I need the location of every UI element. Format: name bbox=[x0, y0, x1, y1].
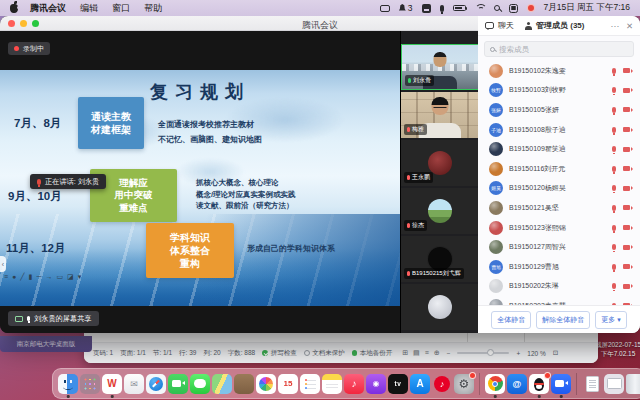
panel-close-icon[interactable]: ✕ bbox=[626, 21, 633, 31]
menu-item[interactable]: 编辑 bbox=[80, 2, 98, 15]
menu-item[interactable]: 帮助 bbox=[144, 2, 162, 15]
menu-clock[interactable]: 7月15日 周五 下午7:16 bbox=[544, 2, 630, 14]
member-row[interactable]: 姬昊B19150120杨姬昊 bbox=[478, 179, 640, 199]
camera-off-icon[interactable] bbox=[623, 284, 630, 289]
tv-icon[interactable]: tv bbox=[388, 374, 408, 394]
input-source-icon[interactable] bbox=[422, 4, 431, 13]
video-tile[interactable]: B19150215刘弋辉 bbox=[401, 236, 478, 282]
camera-off-icon[interactable] bbox=[623, 264, 630, 269]
spotlight-search-icon[interactable] bbox=[494, 5, 500, 11]
tab-chat[interactable]: 聊天 bbox=[485, 20, 514, 31]
wps-protection[interactable]: 文档未保护 bbox=[304, 349, 345, 358]
wifi-icon[interactable] bbox=[475, 4, 485, 12]
camera-off-icon[interactable] bbox=[623, 245, 630, 250]
arrow-tool-icon[interactable]: → bbox=[45, 273, 52, 281]
blue-at-app-icon[interactable]: @ bbox=[507, 374, 527, 394]
view-mode-icon-2[interactable]: ▤ bbox=[413, 349, 420, 357]
zoom-slider[interactable] bbox=[457, 352, 509, 354]
video-tile[interactable]: 王永鹏 bbox=[401, 140, 478, 186]
mic-status-icon[interactable] bbox=[440, 5, 444, 12]
mic-off-icon[interactable] bbox=[612, 244, 616, 250]
calendar-icon[interactable]: 15 bbox=[278, 374, 298, 394]
menu-item[interactable]: 窗口 bbox=[112, 2, 130, 15]
camera-off-icon[interactable] bbox=[623, 166, 630, 171]
zoom-level[interactable]: 120 % bbox=[527, 350, 545, 357]
zoom-window-button[interactable] bbox=[32, 20, 39, 27]
member-row[interactable]: 子迪B19150108殷子迪 bbox=[478, 120, 640, 140]
reminders-icon[interactable] bbox=[300, 374, 320, 394]
member-row[interactable]: B19150121吴坚 bbox=[478, 198, 640, 218]
mic-off-icon[interactable] bbox=[612, 225, 616, 231]
pen-icon[interactable]: ╱ bbox=[20, 273, 24, 281]
display-icon[interactable] bbox=[380, 5, 390, 12]
annotation-collapse-handle[interactable]: ‹ bbox=[0, 256, 6, 272]
books-icon[interactable] bbox=[234, 374, 254, 394]
desktop-screenshot-label[interactable]: 截屏2022-07-15 下午7.02.15 bbox=[593, 340, 640, 358]
wps-document-window[interactable]: 页码: 1 页面: 1/1 节: 1/1 行: 39 列: 20 字数: 888… bbox=[84, 333, 598, 363]
launchpad-icon[interactable] bbox=[80, 374, 100, 394]
member-row[interactable]: B19150102朱逸雯 bbox=[478, 61, 640, 81]
eraser-icon[interactable]: ◪ bbox=[67, 273, 74, 281]
member-search-input[interactable] bbox=[499, 45, 628, 54]
messages-icon[interactable] bbox=[190, 374, 210, 394]
member-row[interactable]: B19150127周智兴 bbox=[478, 237, 640, 257]
mic-off-icon[interactable] bbox=[612, 146, 616, 152]
finder-icon[interactable] bbox=[58, 374, 78, 394]
member-row[interactable]: 牧野B19150103刘牧野 bbox=[478, 81, 640, 101]
rect-tool-icon[interactable]: ▭ bbox=[56, 273, 63, 281]
safari-icon[interactable] bbox=[146, 374, 166, 394]
maps-icon[interactable] bbox=[212, 374, 232, 394]
camera-off-icon[interactable] bbox=[623, 186, 630, 191]
mic-off-icon[interactable] bbox=[612, 166, 616, 172]
podcasts-icon[interactable]: ◉ bbox=[366, 374, 386, 394]
app-store-icon[interactable]: A bbox=[410, 374, 430, 394]
minimize-window-button[interactable] bbox=[20, 20, 27, 27]
menu-item[interactable]: 腾讯会议 bbox=[30, 2, 66, 15]
wps-icon[interactable]: W bbox=[102, 374, 122, 394]
panel-footer-button[interactable]: 解除全体静音 bbox=[536, 311, 590, 329]
mic-off-icon[interactable] bbox=[612, 185, 616, 191]
view-mode-icon-1[interactable]: ⊞ bbox=[402, 349, 408, 357]
mic-off-icon[interactable] bbox=[612, 264, 616, 270]
zoom-in-button[interactable]: + bbox=[516, 350, 520, 357]
member-row[interactable]: B19150116刘开元 bbox=[478, 159, 640, 179]
mic-off-icon[interactable] bbox=[612, 87, 616, 93]
panel-more-icon[interactable]: ⋯ bbox=[610, 21, 619, 31]
camera-off-icon[interactable] bbox=[623, 147, 630, 152]
panel-footer-button[interactable]: 全体静音 bbox=[491, 311, 531, 329]
close-window-button[interactable] bbox=[8, 20, 15, 27]
panel-footer-button[interactable]: 更多 ▾ bbox=[595, 311, 626, 329]
mic-off-icon[interactable] bbox=[612, 107, 616, 113]
qq-icon[interactable] bbox=[529, 374, 549, 394]
zoom-out-button[interactable]: − bbox=[447, 350, 451, 357]
apple-menu-icon[interactable] bbox=[10, 4, 18, 13]
view-mode-icon-4[interactable]: ⊕ bbox=[434, 349, 440, 357]
camera-off-icon[interactable] bbox=[623, 88, 630, 93]
line-tool-icon[interactable]: ─ bbox=[36, 273, 41, 281]
background-window-titlebar[interactable]: 南京邮电大学桌面版 bbox=[0, 336, 92, 352]
view-mode-icon-3[interactable]: ≡ bbox=[425, 349, 429, 357]
notification-bell-icon[interactable]: 3 bbox=[399, 3, 413, 13]
zoom-slider-thumb[interactable] bbox=[487, 349, 494, 356]
meeting-menubar-icon[interactable] bbox=[527, 4, 535, 12]
member-row[interactable]: 曹旭B19150129曹旭 bbox=[478, 257, 640, 277]
photos-icon[interactable] bbox=[256, 374, 276, 394]
tab-members[interactable]: 管理成员 (35) bbox=[524, 20, 584, 31]
notes-icon[interactable] bbox=[322, 374, 342, 394]
chrome-icon[interactable] bbox=[485, 374, 505, 394]
mic-off-icon[interactable] bbox=[612, 283, 616, 289]
mail-icon[interactable]: ✉ bbox=[124, 374, 144, 394]
system-settings-icon[interactable]: ⚙ bbox=[454, 374, 474, 394]
netease-music-icon[interactable]: ♪ bbox=[432, 374, 452, 394]
fit-page-icon[interactable]: ⊡ bbox=[553, 349, 558, 357]
document-icon[interactable] bbox=[582, 374, 602, 394]
facetime-icon[interactable] bbox=[168, 374, 188, 394]
member-search-box[interactable] bbox=[484, 41, 634, 57]
camera-off-icon[interactable] bbox=[623, 205, 630, 210]
tencent-meeting-icon[interactable] bbox=[551, 374, 571, 394]
camera-off-icon[interactable] bbox=[623, 107, 630, 112]
member-row[interactable]: B19150123张熙锦 bbox=[478, 218, 640, 238]
trash-icon[interactable] bbox=[626, 374, 640, 394]
wps-spellcheck[interactable]: 拼写检查 bbox=[262, 349, 297, 358]
camera-off-icon[interactable] bbox=[623, 225, 630, 230]
